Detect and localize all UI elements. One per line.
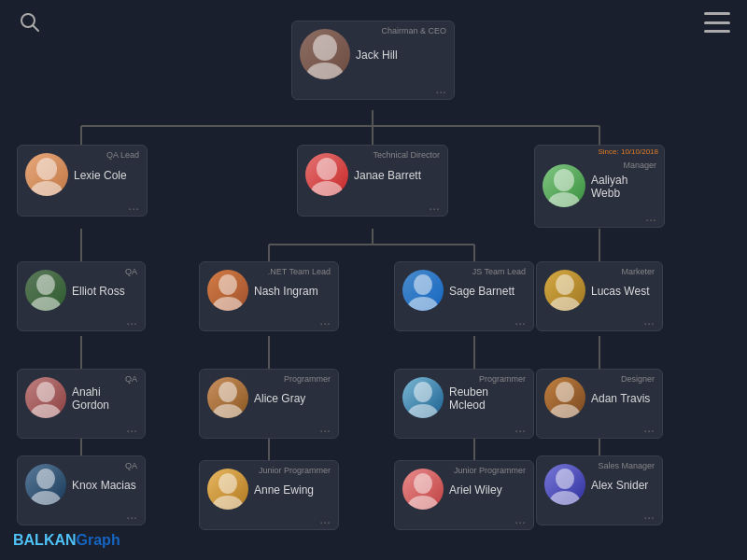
svg-point-58 — [408, 496, 438, 510]
adan-name: Adan Travis — [591, 392, 650, 405]
node-reuben[interactable]: Programmer Reuben Mcleod ... — [394, 369, 534, 439]
adan-avatar — [544, 377, 585, 418]
svg-point-43 — [556, 274, 574, 295]
brand-balkan: BALKAN — [13, 532, 77, 548]
aaliyah-role: Manager — [623, 161, 656, 170]
svg-point-49 — [414, 382, 432, 402]
org-chart: Chairman & CEO Jack Hill ... QA Lead Lex… — [0, 0, 747, 560]
svg-point-57 — [414, 473, 432, 494]
anahi-menu[interactable]: ... — [126, 421, 137, 434]
menu-line-3 — [704, 30, 730, 33]
anahi-role: QA — [125, 374, 137, 384]
brand-graph: Graph — [77, 532, 120, 548]
svg-point-59 — [556, 469, 574, 489]
reuben-menu[interactable]: ... — [514, 421, 526, 434]
aaliyah-since: Since: 10/10/2018 — [599, 147, 659, 156]
node-adan[interactable]: Designer Adan Travis ... — [536, 369, 663, 439]
lucas-menu[interactable]: ... — [643, 314, 655, 327]
aaliyah-menu[interactable]: ... — [645, 210, 656, 223]
svg-point-32 — [31, 181, 63, 196]
anne-name: Anne Ewing — [254, 483, 314, 497]
janae-avatar — [305, 153, 348, 196]
ariel-role: Junior Programmer — [454, 466, 526, 475]
top-bar — [0, 9, 747, 35]
knox-name: Knox Macias — [72, 479, 136, 492]
svg-point-37 — [36, 274, 55, 295]
node-lucas[interactable]: Marketer Lucas West ... — [536, 261, 663, 331]
menu-button[interactable] — [704, 12, 730, 33]
svg-point-36 — [548, 192, 580, 207]
node-nash[interactable]: .NET Team Lead Nash Ingram ... — [199, 261, 339, 331]
alice-menu[interactable]: ... — [319, 421, 331, 434]
svg-point-44 — [550, 297, 580, 311]
sage-name: Sage Barnett — [449, 285, 514, 298]
janae-menu[interactable]: ... — [429, 199, 440, 212]
knox-menu[interactable]: ... — [126, 508, 137, 521]
svg-point-40 — [213, 297, 243, 311]
alice-avatar — [207, 377, 248, 418]
svg-point-35 — [554, 169, 574, 191]
alice-role: Programmer — [284, 374, 331, 384]
lexie-menu[interactable]: ... — [128, 199, 139, 212]
svg-point-29 — [313, 35, 337, 61]
lexie-avatar — [25, 153, 68, 196]
alice-name: Alice Gray — [254, 392, 305, 405]
nash-menu[interactable]: ... — [319, 314, 331, 327]
jack-menu[interactable]: ... — [435, 82, 446, 95]
alex-name: Alex Snider — [591, 479, 648, 492]
node-anne[interactable]: Junior Programmer Anne Ewing ... — [199, 460, 339, 530]
brand-logo: BALKANGraph — [13, 532, 120, 549]
node-sage[interactable]: JS Team Lead Sage Barnett ... — [394, 261, 534, 331]
reuben-role: Programmer — [479, 374, 526, 384]
ariel-avatar — [402, 469, 444, 510]
janae-name: Janae Barrett — [354, 169, 421, 182]
node-anahi[interactable]: QA Anahi Gordon ... — [17, 369, 146, 439]
ariel-name: Ariel Wiley — [449, 483, 502, 497]
svg-point-38 — [31, 297, 61, 311]
svg-point-48 — [213, 404, 243, 418]
svg-point-33 — [317, 158, 337, 180]
adan-menu[interactable]: ... — [643, 421, 655, 434]
menu-line-2 — [704, 21, 730, 24]
elliot-avatar — [25, 270, 66, 311]
svg-point-54 — [31, 491, 61, 505]
anne-menu[interactable]: ... — [319, 512, 331, 525]
node-janae[interactable]: Technical Director Janae Barrett ... — [297, 145, 448, 217]
ariel-menu[interactable]: ... — [514, 512, 526, 525]
aaliyah-name: Aaliyah Webb — [591, 174, 656, 200]
anahi-name: Anahi Gordon — [72, 385, 137, 412]
alex-role: Sales Manager — [598, 461, 655, 470]
lexie-role: QA Lead — [106, 150, 139, 160]
elliot-menu[interactable]: ... — [126, 314, 137, 327]
reuben-name: Reuben Mcleod — [449, 385, 526, 412]
search-button[interactable] — [17, 9, 43, 35]
svg-point-50 — [408, 404, 438, 418]
alex-menu[interactable]: ... — [643, 508, 655, 521]
svg-point-46 — [31, 404, 61, 418]
node-ariel[interactable]: Junior Programmer Ariel Wiley ... — [394, 460, 534, 530]
svg-point-41 — [414, 274, 432, 295]
sage-menu[interactable]: ... — [514, 314, 526, 327]
alex-avatar — [544, 464, 585, 505]
svg-point-55 — [218, 473, 237, 494]
lucas-name: Lucas West — [591, 285, 649, 298]
node-lexie[interactable]: QA Lead Lexie Cole ... — [17, 145, 148, 217]
lucas-avatar — [544, 270, 585, 311]
svg-point-56 — [213, 496, 243, 510]
node-elliot[interactable]: QA Elliot Ross ... — [17, 261, 146, 331]
svg-point-31 — [36, 158, 57, 180]
svg-point-34 — [311, 181, 343, 196]
svg-point-53 — [36, 469, 55, 489]
nash-role: .NET Team Lead — [268, 267, 331, 276]
node-knox[interactable]: QA Knox Macias ... — [17, 455, 146, 525]
anahi-avatar — [25, 377, 66, 418]
knox-avatar — [25, 464, 66, 505]
lexie-name: Lexie Cole — [74, 169, 127, 182]
node-aaliyah[interactable]: Since: 10/10/2018 Manager Aaliyah Webb .… — [534, 145, 665, 228]
node-alice[interactable]: Programmer Alice Gray ... — [199, 369, 339, 439]
reuben-avatar — [402, 377, 444, 418]
menu-line-1 — [704, 12, 730, 15]
svg-point-30 — [306, 63, 344, 79]
aaliyah-avatar — [543, 164, 585, 207]
node-alex[interactable]: Sales Manager Alex Snider ... — [536, 455, 663, 525]
